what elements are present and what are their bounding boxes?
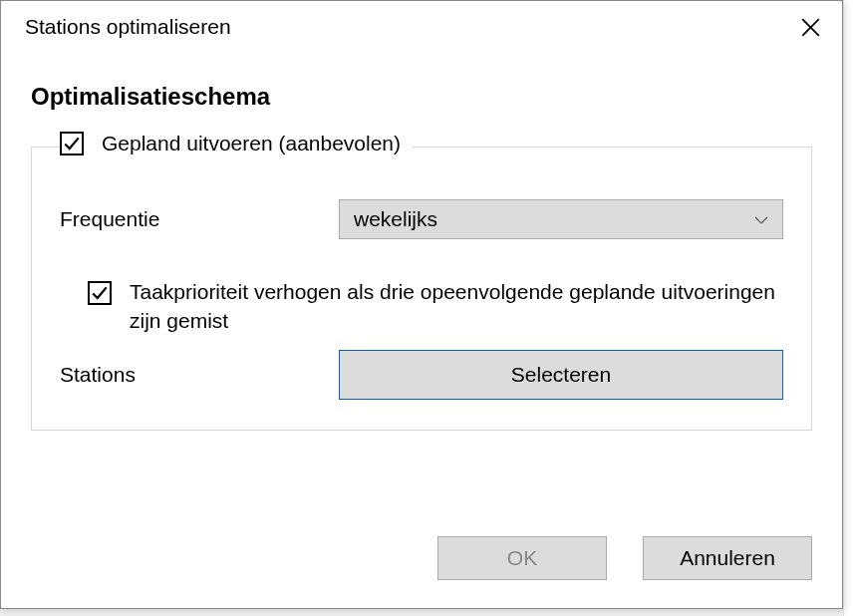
priority-checkbox[interactable] xyxy=(88,281,112,305)
close-button[interactable] xyxy=(794,11,826,43)
frequency-label: Frequentie xyxy=(60,207,339,231)
frequency-select[interactable]: wekelijks xyxy=(339,199,783,239)
priority-label: Taakprioriteit verhogen als drie opeenvo… xyxy=(130,277,783,336)
ok-button[interactable]: OK xyxy=(437,536,607,580)
chevron-down-icon xyxy=(754,212,768,227)
stations-select-button[interactable]: Selecteren xyxy=(339,350,783,400)
frequency-row: Frequentie wekelijks xyxy=(60,199,783,239)
background-window-edge xyxy=(843,0,855,616)
dialog-content: Optimalisatieschema Gepland uitvoeren (a… xyxy=(1,53,842,512)
titlebar: Stations optimaliseren xyxy=(1,1,842,53)
dialog-title: Stations optimaliseren xyxy=(25,15,231,39)
stations-row: Stations Selecteren xyxy=(60,350,783,400)
schedule-fieldset: Gepland uitvoeren (aanbevolen) Frequenti… xyxy=(31,147,812,431)
section-heading: Optimalisatieschema xyxy=(31,83,812,111)
check-icon xyxy=(91,284,109,302)
stations-label: Stations xyxy=(60,363,339,387)
scheduled-run-row: Gepland uitvoeren (aanbevolen) xyxy=(60,132,413,155)
scheduled-run-label: Gepland uitvoeren (aanbevolen) xyxy=(102,132,401,155)
frequency-value: wekelijks xyxy=(354,207,437,231)
cancel-button[interactable]: Annuleren xyxy=(643,536,812,580)
check-icon xyxy=(63,135,81,153)
dialog-footer: OK Annuleren xyxy=(1,512,842,608)
optimize-drives-dialog: Stations optimaliseren Optimalisatiesche… xyxy=(0,0,843,609)
close-icon xyxy=(801,18,820,37)
scheduled-run-checkbox[interactable] xyxy=(60,132,84,155)
priority-row: Taakprioriteit verhogen als drie opeenvo… xyxy=(88,277,783,336)
